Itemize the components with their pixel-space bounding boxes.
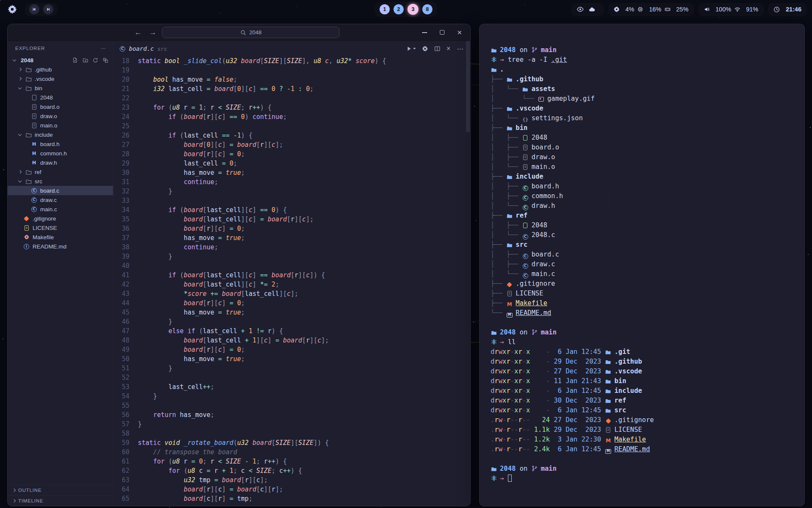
- code-line: 61 for (u8 r = 0; r < SIZE - 1; r++) {: [113, 457, 470, 466]
- code-line: 59static void _rotate_board(u32 board[SI…: [113, 438, 470, 447]
- md-icon: M: [506, 313, 513, 318]
- c-file-icon: C: [119, 46, 126, 52]
- audio-network-module[interactable]: 100% 91%: [698, 3, 764, 16]
- h-icon: H: [31, 141, 37, 147]
- explorer-item-README.md[interactable]: iREADME.md: [8, 242, 113, 251]
- tab-directory: src: [157, 46, 167, 52]
- media-prev-button[interactable]: [29, 4, 39, 14]
- editor-scrollbar[interactable]: [466, 41, 470, 132]
- workspace-8[interactable]: 8: [422, 4, 433, 14]
- code-line: 32 }: [113, 187, 470, 196]
- terminal-line: →: [491, 474, 793, 483]
- explorer-item-LICENSE[interactable]: LICENSE: [8, 223, 113, 232]
- command-center-text: 2048: [250, 29, 262, 36]
- new-folder-icon[interactable]: [82, 58, 88, 63]
- code-line: 53 last_cell++;: [113, 382, 470, 392]
- code-line: 63 u32 tmp = board[r][c];: [113, 475, 470, 485]
- chevr-icon: [16, 68, 23, 71]
- code-line: 58: [113, 429, 470, 438]
- code-line: 47 else if (last_cell + 1 != r) {: [113, 326, 470, 336]
- weather-module[interactable]: [571, 3, 604, 16]
- folder-icon: [605, 378, 612, 384]
- explorer-item-.gitignore[interactable]: .gitignore: [8, 214, 113, 223]
- more-actions-icon[interactable]: ⋯: [457, 45, 464, 53]
- explorer-more-icon[interactable]: ⋯: [101, 45, 107, 51]
- code-line: 65 board[c][r] = tmp;: [113, 494, 470, 503]
- code-line: 27 board[0][c] = board[r][c];: [113, 140, 470, 149]
- tab-board.c[interactable]: C board.c src: [119, 45, 167, 52]
- vscode-titlebar: ← → 2048 ×: [8, 24, 470, 41]
- terminal-line: │ ├── 2048: [491, 133, 793, 143]
- explorer-item-Makefile[interactable]: Makefile: [8, 232, 113, 242]
- minimize-button[interactable]: [422, 32, 427, 33]
- collapse-folders-icon[interactable]: [102, 58, 109, 63]
- code-line: 24 if (board[r][c] == 0) continue;: [113, 112, 470, 121]
- speaker-icon: [704, 6, 710, 12]
- terminal-cursor: [508, 475, 512, 482]
- close-editor-icon[interactable]: ×: [447, 45, 450, 52]
- run-settings-gear-icon[interactable]: [422, 46, 428, 52]
- explorer-item-2048[interactable]: 2048: [8, 55, 113, 65]
- close-button[interactable]: ×: [457, 28, 462, 36]
- run-button[interactable]: [406, 46, 416, 52]
- branch-icon: [532, 47, 538, 53]
- workspace-1[interactable]: 1: [380, 4, 390, 14]
- media-next-button[interactable]: [43, 4, 53, 14]
- c-icon: C: [522, 205, 529, 210]
- folder-icon: [25, 67, 32, 72]
- launcher-gear-icon[interactable]: [5, 2, 19, 17]
- workspace-2[interactable]: 2: [394, 4, 404, 14]
- refresh-explorer-icon[interactable]: [92, 58, 99, 63]
- code-line: 51 }: [113, 364, 470, 373]
- explorer-item-common.h[interactable]: Hcommon.h: [8, 149, 113, 158]
- explorer-item-include[interactable]: include: [8, 130, 113, 139]
- file-icon: [31, 95, 37, 100]
- code-line: 48 board[last_cell + 1][c] = board[r][c]…: [113, 336, 470, 345]
- terminal-line: [491, 318, 793, 328]
- explorer-item-.vscode[interactable]: .vscode: [8, 74, 113, 83]
- split-editor-icon[interactable]: [434, 46, 440, 52]
- explorer-item-ref[interactable]: ref: [8, 167, 113, 177]
- explorer-item-src[interactable]: src: [8, 177, 113, 186]
- maximize-button[interactable]: [440, 30, 444, 35]
- code-line: 31 continue;: [113, 177, 470, 187]
- snow-icon: [491, 339, 497, 345]
- new-file-icon[interactable]: [72, 57, 78, 63]
- vscode-window: ← → 2048 × EXPLORER ⋯ 2048.github.vscode…: [7, 24, 471, 506]
- lic-icon: [23, 225, 30, 231]
- code-editor[interactable]: 18static bool _slide_col(u32 board[SIZE]…: [113, 56, 470, 506]
- nav-forward-icon[interactable]: →: [149, 28, 156, 37]
- explorer-item-2048[interactable]: 2048: [8, 93, 113, 102]
- volume-stat: 100%: [704, 6, 731, 13]
- terminal-line: │ ├── draw.o: [491, 152, 793, 162]
- explorer-item-draw.c[interactable]: Cdraw.c: [8, 195, 113, 204]
- explorer-item-main.o[interactable]: main.o: [8, 121, 113, 130]
- explorer-item-board.o[interactable]: board.o: [8, 102, 113, 111]
- explorer-item-board.h[interactable]: Hboard.h: [8, 139, 113, 149]
- explorer-item-main.c[interactable]: Cmain.c: [8, 204, 113, 214]
- nav-back-icon[interactable]: ←: [134, 28, 142, 37]
- code-line: 56 return has_move;: [113, 410, 470, 420]
- outline-section[interactable]: OUTLINE: [8, 485, 113, 495]
- folder-icon: [491, 330, 497, 335]
- timeline-section[interactable]: TIMELINE: [8, 495, 113, 506]
- terminal-window[interactable]: 2048 on main→ tree -a -I .git.├── .githu…: [479, 24, 805, 506]
- terminal-line: ├── LICENSE: [491, 289, 793, 298]
- explorer-item-bin[interactable]: bin: [8, 83, 113, 93]
- binary-icon: [522, 155, 529, 160]
- workspace-3[interactable]: 3: [408, 4, 419, 15]
- explorer-item-.github[interactable]: .github: [8, 65, 113, 74]
- code-line: 55: [113, 401, 470, 410]
- explorer-item-draw.o[interactable]: draw.o: [8, 111, 113, 121]
- media-controls: [25, 3, 57, 16]
- system-stats-module[interactable]: 4% 16% 25%: [608, 3, 694, 16]
- command-center-search[interactable]: 2048: [162, 27, 340, 38]
- clock-module[interactable]: 21:46: [768, 3, 807, 16]
- folder-icon: [506, 174, 513, 179]
- explorer-item-draw.h[interactable]: Hdraw.h: [8, 158, 113, 167]
- folderopen-icon: [25, 132, 32, 138]
- tab-filename: board.c: [129, 45, 154, 52]
- terminal-line: [491, 454, 793, 464]
- explorer-item-board.c[interactable]: Cboard.c: [8, 186, 113, 195]
- folder-icon: [605, 369, 612, 374]
